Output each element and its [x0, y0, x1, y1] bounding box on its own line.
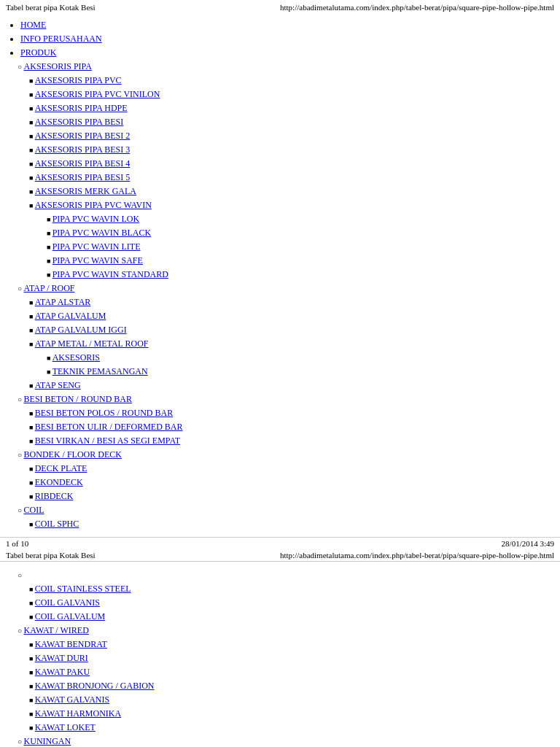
item-wavin-safe[interactable]: PIPA PVC WAVIN SAFE — [47, 254, 554, 267]
menu-coil-continued: COIL STAINLESS STEEL COIL GALVANIS COIL … — [18, 568, 554, 623]
item-besi-beton-polos[interactable]: BESI BETON POLOS / ROUND BAR — [29, 406, 554, 419]
kawat-link[interactable]: KAWAT / WIRED — [24, 625, 89, 635]
page-footer-2: Tabel berat pipa Kotak Besi http://abadi… — [0, 549, 560, 562]
item-besi-beton-ulir[interactable]: BESI BETON ULIR / DEFORMED BAR — [29, 420, 554, 433]
nav-info-link[interactable]: INFO PERUSAHAAN — [20, 34, 102, 44]
item-aksesoris-besi3[interactable]: AKSESORIS PIPA BESI 3 — [29, 143, 554, 156]
menu-bondek[interactable]: BONDEK / FLOOR DECK DECK PLATE EKONDECK … — [18, 448, 554, 503]
atap-link[interactable]: ATAP / ROOF — [24, 283, 75, 293]
item-aksesoris-wavin[interactable]: AKSESORIS PIPA PVC WAVIN PIPA PVC WAVIN … — [29, 198, 554, 281]
metal-roof-submenu: AKSESORIS TEKNIK PEMASANGAN — [29, 351, 554, 378]
aksesoris-pipa-submenu: AKSESORIS PIPA PVC AKSESORIS PIPA PVC VI… — [18, 74, 554, 281]
item-kawat-bronjong[interactable]: KAWAT BRONJONG / GABION — [29, 679, 554, 692]
bondek-link[interactable]: BONDEK / FLOOR DECK — [24, 449, 122, 460]
item-wavin-lok[interactable]: PIPA PVC WAVIN LOK — [47, 212, 554, 225]
item-atap-metal[interactable]: ATAP METAL / METAL ROOF AKSESORIS TEKNIK… — [29, 337, 554, 378]
item-coil-galvanis[interactable]: COIL GALVANIS — [29, 596, 554, 609]
item-aksesoris-besi2[interactable]: AKSESORIS PIPA BESI 2 — [29, 129, 554, 142]
item-wavin-standard[interactable]: PIPA PVC WAVIN STANDARD — [47, 268, 554, 281]
item-atap-galvalum[interactable]: ATAP GALVALUM — [29, 309, 554, 322]
item-aksesoris-pvc[interactable]: AKSESORIS PIPA PVC — [29, 74, 554, 87]
item-coil-galvalum[interactable]: COIL GALVALUM — [29, 610, 554, 623]
item-ekondeck[interactable]: EKONDECK — [29, 476, 554, 489]
aksesoris-pipa-link[interactable]: AKSESORIS PIPA — [24, 61, 92, 71]
item-wavin-lite[interactable]: PIPA PVC WAVIN LITE — [47, 240, 554, 253]
page-header: Tabel berat pipa Kotak Besi http://abadi… — [0, 0, 560, 15]
item-kawat-galvanis[interactable]: KAWAT GALVANIS — [29, 693, 554, 706]
item-teknik-pemasangan[interactable]: TEKNIK PEMASANGAN — [47, 365, 554, 378]
page-title-footer: Tabel berat pipa Kotak Besi — [6, 551, 96, 560]
atap-submenu: ATAP ALSTAR ATAP GALVALUM ATAP GALVALUM … — [18, 295, 554, 392]
menu-kawat[interactable]: KAWAT / WIRED KAWAT BENDRAT KAWAT DURI K… — [18, 624, 554, 734]
item-aksesoris-besi5[interactable]: AKSESORIS PIPA BESI 5 — [29, 171, 554, 184]
menu-aksesoris-pipa[interactable]: AKSESORIS PIPA AKSESORIS PIPA PVC AKSESO… — [18, 60, 554, 281]
main-content: HOME INFO PERUSAHAAN PRODUK AKSESORIS PI… — [0, 15, 560, 534]
item-kawat-duri[interactable]: KAWAT DURI — [29, 651, 554, 665]
item-aksesoris-pvc-vinilon[interactable]: AKSESORIS PIPA PVC VINILON — [29, 88, 554, 101]
item-coil-stainless[interactable]: COIL STAINLESS STEEL — [29, 582, 554, 595]
page-title-header: Tabel berat pipa Kotak Besi — [6, 3, 96, 12]
nav-home[interactable]: HOME — [20, 18, 554, 31]
page2-content: COIL STAINLESS STEEL COIL GALVANIS COIL … — [0, 565, 560, 747]
item-kawat-bendrat[interactable]: KAWAT BENDRAT — [29, 638, 554, 651]
coil-submenu: COIL SPHC — [18, 517, 554, 530]
nav-produk-link[interactable]: PRODUK — [20, 47, 56, 58]
bondek-submenu: DECK PLATE EKONDECK RIBDECK — [18, 462, 554, 503]
item-kawat-loket[interactable]: KAWAT LOKET — [29, 721, 554, 734]
page-footer-1: 1 of 10 28/01/2014 3:49 — [0, 537, 560, 549]
menu-besi-beton[interactable]: BESI BETON / ROUND BAR BESI BETON POLOS … — [18, 392, 554, 447]
coil-link[interactable]: COIL — [24, 505, 44, 515]
item-atap-galvalum-iggi[interactable]: ATAP GALVALUM IGGI — [29, 323, 554, 336]
item-besi-virkan[interactable]: BESI VIRKAN / BESI AS SEGI EMPAT — [29, 434, 554, 447]
item-atap-alstar[interactable]: ATAP ALSTAR — [29, 295, 554, 309]
nav-home-link[interactable]: HOME — [20, 20, 46, 30]
coil-continued-submenu: COIL STAINLESS STEEL COIL GALVANIS COIL … — [18, 582, 554, 623]
besi-beton-link[interactable]: BESI BETON / ROUND BAR — [24, 394, 132, 404]
item-kawat-harmonika[interactable]: KAWAT HARMONIKA — [29, 707, 554, 720]
item-wavin-black[interactable]: PIPA PVC WAVIN BLACK — [47, 226, 554, 239]
kuningan-link[interactable]: KUNINGAN — [24, 736, 71, 746]
page-number: 1 of 10 — [6, 539, 28, 548]
top-nav: HOME INFO PERUSAHAAN PRODUK — [6, 18, 554, 59]
item-coil-sphc[interactable]: COIL SPHC — [29, 517, 554, 530]
menu-atap[interactable]: ATAP / ROOF ATAP ALSTAR ATAP GALVALUM AT… — [18, 282, 554, 392]
nav-info[interactable]: INFO PERUSAHAAN — [20, 32, 554, 45]
item-aksesoris-metal[interactable]: AKSESORIS — [47, 351, 554, 364]
item-deck-plate[interactable]: DECK PLATE — [29, 462, 554, 475]
besi-beton-submenu: BESI BETON POLOS / ROUND BAR BESI BETON … — [18, 406, 554, 447]
item-aksesoris-hdpe[interactable]: AKSESORIS PIPA HDPE — [29, 101, 554, 115]
item-aksesoris-gala[interactable]: AKSESORIS MERK GALA — [29, 185, 554, 198]
kawat-submenu: KAWAT BENDRAT KAWAT DURI KAWAT PAKU KAWA… — [18, 638, 554, 734]
nav-produk[interactable]: PRODUK — [20, 46, 554, 59]
page-date: 28/01/2014 3:49 — [502, 539, 554, 548]
item-aksesoris-besi[interactable]: AKSESORIS PIPA BESI — [29, 115, 554, 128]
wavin-submenu: PIPA PVC WAVIN LOK PIPA PVC WAVIN BLACK … — [29, 212, 554, 281]
item-ribdeck[interactable]: RIBDECK — [29, 489, 554, 503]
page-url-footer: http://abadimetalutama.com/index.php/tab… — [280, 551, 554, 560]
item-aksesoris-besi4[interactable]: AKSESORIS PIPA BESI 4 — [29, 157, 554, 170]
item-kawat-paku[interactable]: KAWAT PAKU — [29, 665, 554, 678]
menu-kuningan[interactable]: KUNINGAN — [18, 735, 554, 747]
produk-menu-continued: COIL STAINLESS STEEL COIL GALVANIS COIL … — [6, 568, 554, 747]
page-url: http://abadimetalutama.com/index.php/tab… — [280, 3, 554, 12]
item-atap-seng[interactable]: ATAP SENG — [29, 379, 554, 392]
produk-menu: AKSESORIS PIPA AKSESORIS PIPA PVC AKSESO… — [6, 60, 554, 530]
menu-coil[interactable]: COIL COIL SPHC — [18, 503, 554, 530]
